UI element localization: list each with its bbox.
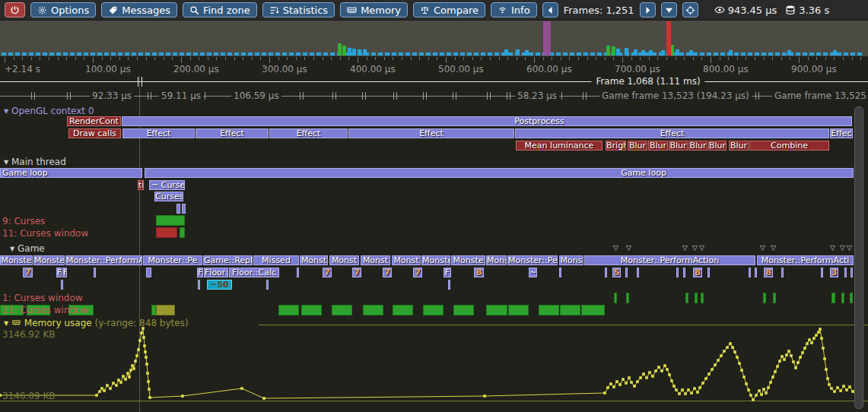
zone-5[interactable]: 5 bbox=[612, 268, 621, 277]
zone-tiny[interactable] bbox=[683, 268, 685, 277]
zone-effect[interactable]: Effect bbox=[515, 128, 829, 138]
zone-tiny[interactable] bbox=[707, 268, 710, 277]
find-zone-button[interactable]: Find zone bbox=[183, 2, 257, 17]
zone-monste[interactable]: Monste bbox=[421, 255, 450, 265]
zone-monster-performacti[interactable]: Monster::PerformActi bbox=[757, 255, 854, 265]
zone-monster-pe[interactable]: Monster::Pe bbox=[143, 255, 202, 265]
zone-8[interactable]: 8 bbox=[764, 268, 773, 277]
frame-overview-strip[interactable] bbox=[0, 21, 868, 56]
zone-tiny[interactable] bbox=[637, 268, 639, 277]
zone-tiny[interactable] bbox=[559, 268, 561, 277]
zone-tiny[interactable] bbox=[851, 268, 853, 277]
zone-tiny[interactable] bbox=[146, 268, 151, 277]
zone-monste[interactable]: Monste bbox=[451, 255, 485, 265]
zone-monste[interactable]: Monste bbox=[33, 255, 65, 265]
zone-tiny[interactable] bbox=[297, 268, 299, 277]
zone-monster-performa[interactable]: Monster::PerformA bbox=[65, 255, 142, 265]
zone-ti[interactable]: ti bbox=[138, 180, 144, 190]
zone-f[interactable]: F bbox=[56, 268, 62, 277]
zone-curses[interactable]: Curses bbox=[154, 192, 183, 201]
memory-button[interactable]: Memory bbox=[340, 2, 408, 17]
zone-effec[interactable]: Effec bbox=[830, 128, 853, 138]
zone-tiny[interactable] bbox=[749, 268, 751, 277]
options-button[interactable]: Options bbox=[30, 2, 96, 17]
zone-tiny[interactable] bbox=[821, 268, 823, 277]
plot-label-1-curses-window[interactable]: 1: Curses window bbox=[2, 293, 83, 303]
zone-game-loop[interactable]: Game loop bbox=[0, 168, 142, 178]
zone-mean-luminance[interactable]: Mean luminance bbox=[516, 141, 603, 151]
info-button[interactable]: Info bbox=[491, 2, 537, 17]
zone-tiny[interactable] bbox=[781, 268, 784, 277]
thread-header-opengl[interactable]: ▼ OpenGL context 0 bbox=[4, 106, 94, 116]
zone-monster-pe[interactable]: Monster::Pe bbox=[507, 255, 558, 265]
message-marker-icon[interactable]: ▽ bbox=[613, 244, 618, 252]
zone-monst[interactable]: Monst bbox=[300, 255, 328, 265]
zone-tiny[interactable] bbox=[266, 280, 269, 290]
goto-frame-button[interactable] bbox=[661, 2, 677, 17]
zone-blur[interactable]: Blur bbox=[628, 141, 647, 151]
thread-header-main-thread[interactable]: ▼ Main thread bbox=[4, 157, 66, 167]
message-marker-icon[interactable]: ▽ bbox=[692, 244, 698, 252]
current-frame-label[interactable]: Frame 1,068 (1.11 ms) bbox=[591, 76, 704, 87]
message-marker-icon[interactable]: ▽ bbox=[840, 244, 845, 252]
zone-blur[interactable]: Blur bbox=[729, 141, 749, 151]
zone-monst[interactable]: Monst bbox=[392, 255, 421, 265]
zone-7[interactable]: 7 bbox=[323, 268, 332, 277]
power-button[interactable] bbox=[5, 2, 25, 17]
zone-mons[interactable]: Mons bbox=[486, 255, 507, 265]
zone-mons[interactable]: Mons bbox=[559, 255, 583, 265]
zone-effect[interactable]: Effect bbox=[348, 128, 514, 138]
next-frame-button[interactable] bbox=[640, 2, 656, 17]
zone-game-replay[interactable]: Game::Replay bbox=[203, 255, 253, 265]
compare-button[interactable]: Compare bbox=[413, 2, 485, 17]
zone-floor-calc[interactable]: Floor::Calc bbox=[229, 268, 279, 277]
zone-f[interactable]: F bbox=[444, 268, 451, 277]
locate-timeline-button[interactable] bbox=[682, 2, 698, 17]
plot-label-9-curses[interactable]: 9: Curses bbox=[2, 216, 45, 227]
zone-monster-performaction[interactable]: Monster::PerformAction bbox=[584, 255, 755, 265]
zone-postprocess[interactable]: Postprocess bbox=[122, 116, 852, 126]
zone-floor[interactable]: Floor: bbox=[204, 268, 228, 277]
zone-f[interactable]: F bbox=[62, 268, 67, 277]
zone-tiny[interactable] bbox=[844, 268, 847, 277]
message-marker-icon[interactable]: ▽ bbox=[682, 244, 688, 252]
zone-blur[interactable]: Blur bbox=[688, 141, 707, 151]
zone-blur[interactable]: Blur bbox=[708, 141, 727, 151]
plot-label-11-curses-window[interactable]: 11: Curses window bbox=[2, 228, 88, 239]
memory-section-header[interactable]: ▼ Memory usage (y-range: 848 bytes) bbox=[4, 318, 189, 328]
zone-tiny[interactable] bbox=[94, 268, 96, 277]
vertical-scrollbar[interactable] bbox=[854, 106, 863, 409]
zone-7[interactable]: 7 bbox=[352, 268, 361, 277]
zone-rendercont[interactable]: RenderCont bbox=[67, 116, 121, 126]
zone-brigh[interactable]: Brigh bbox=[606, 141, 626, 151]
zone-7[interactable]: 7 bbox=[383, 268, 392, 277]
zone-[interactable]: ~ bbox=[529, 268, 537, 277]
zone-tiny[interactable] bbox=[176, 204, 180, 214]
zone-monst[interactable]: Monst bbox=[361, 255, 390, 265]
zone-7[interactable]: 7 bbox=[413, 268, 422, 277]
zone-tiny[interactable] bbox=[605, 268, 607, 277]
zone-tiny[interactable] bbox=[448, 280, 450, 290]
message-marker-icon[interactable]: ▽ bbox=[830, 244, 835, 252]
zone-monste[interactable]: Monste bbox=[0, 255, 33, 265]
zone-effect[interactable]: Effect bbox=[122, 128, 195, 138]
zone-curses[interactable]: ~ Curses bbox=[149, 180, 185, 190]
zone-tiny[interactable] bbox=[755, 268, 757, 277]
message-marker-icon[interactable]: ▽ bbox=[771, 244, 776, 252]
zone-8[interactable]: 8 bbox=[474, 268, 484, 277]
zone-missed[interactable]: Missed bbox=[253, 255, 299, 265]
zone-tiny[interactable] bbox=[198, 280, 200, 290]
zone-monst[interactable]: Monst bbox=[329, 255, 359, 265]
zone-combine[interactable]: Combine bbox=[749, 141, 829, 151]
messages-button[interactable]: Messages bbox=[101, 2, 177, 17]
plot-label-11-curses-window[interactable]: 11: Curses window bbox=[2, 305, 88, 315]
zone-effect[interactable]: Effect bbox=[269, 128, 348, 138]
message-marker-icon[interactable]: ▽ bbox=[760, 244, 765, 252]
message-marker-icon[interactable]: ▽ bbox=[847, 244, 852, 252]
thread-header-game[interactable]: ▼ Game bbox=[10, 243, 45, 254]
zone-tiny[interactable] bbox=[61, 280, 63, 290]
zone-f[interactable]: F. bbox=[197, 268, 203, 277]
zone-tiny[interactable] bbox=[182, 204, 186, 214]
zone-effect[interactable]: Effect bbox=[196, 128, 269, 138]
zone-8[interactable]: 8 bbox=[693, 268, 702, 277]
